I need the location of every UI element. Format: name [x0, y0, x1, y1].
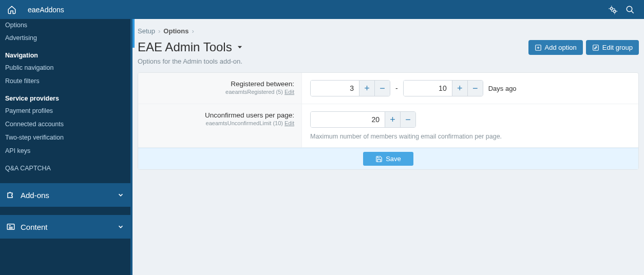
- field-label: Registered between:: [145, 80, 294, 88]
- puzzle-icon: [6, 190, 15, 200]
- decrement-button[interactable]: [374, 81, 390, 96]
- field-suffix: Days ago: [488, 85, 517, 92]
- registered-to-input[interactable]: [404, 81, 452, 96]
- svg-rect-11: [593, 45, 598, 50]
- sidebar-item-advertising[interactable]: Advertising: [0, 31, 130, 45]
- page-title[interactable]: EAE Admin Tools: [138, 40, 243, 54]
- chevron-down-icon: [117, 191, 124, 199]
- sidebar-item-two-step-verification[interactable]: Two-step verification: [0, 131, 130, 144]
- app-title[interactable]: eaeAddons: [28, 6, 64, 14]
- sidebar-heading-navigation: Navigation: [0, 45, 130, 61]
- unconfirmed-limit-input[interactable]: [311, 112, 385, 127]
- svg-point-1: [614, 10, 616, 12]
- topbar: eaeAddons: [0, 0, 644, 19]
- options-form: Registered between: eaeamtsRegistered (5…: [138, 72, 639, 170]
- edit-option-link[interactable]: Edit: [285, 89, 294, 95]
- sidebar-item-connected-accounts[interactable]: Connected accounts: [0, 117, 130, 131]
- decrement-button[interactable]: [467, 81, 483, 96]
- breadcrumb-current[interactable]: Options: [163, 27, 188, 35]
- form-actions: Save: [138, 148, 638, 169]
- sidebar-section-content[interactable]: Content: [0, 215, 130, 239]
- chevron-right-icon: ›: [158, 27, 160, 35]
- registered-from-input[interactable]: [311, 81, 359, 96]
- edit-option-link[interactable]: Edit: [285, 120, 294, 126]
- plus-square-icon: [535, 44, 542, 51]
- save-button[interactable]: Save: [363, 152, 413, 166]
- sidebar-section-label: Content: [21, 223, 48, 231]
- sidebar-section-label: Add-ons: [21, 191, 49, 200]
- field-hint: Maximum number of members waiting email …: [310, 133, 630, 140]
- search-icon[interactable]: [621, 1, 639, 18]
- sidebar-item-qa-captcha[interactable]: Q&A CAPTCHA: [0, 162, 130, 175]
- breadcrumb: Setup › Options ›: [138, 26, 639, 38]
- svg-line-3: [631, 11, 634, 13]
- chevron-right-icon: ›: [192, 27, 194, 35]
- sidebar-heading-service-providers: Service providers: [0, 88, 130, 104]
- registered-from-stepper: [310, 80, 390, 96]
- edit-group-button[interactable]: Edit group: [586, 40, 639, 55]
- svg-point-2: [627, 6, 632, 12]
- svg-point-0: [611, 7, 613, 10]
- field-label: Unconfirmed users per page:: [145, 111, 294, 119]
- unconfirmed-limit-stepper: [310, 111, 416, 128]
- caret-down-icon: [236, 44, 243, 51]
- field-key: eaeamtsUnconfirmedLimit (10): [206, 120, 283, 126]
- decrement-button[interactable]: [400, 112, 415, 127]
- admin-settings-icon[interactable]: [604, 1, 621, 18]
- page-subtitle: Options for the Admin tools add-on.: [138, 57, 243, 65]
- sidebar: Options Advertising Navigation Public na…: [0, 19, 132, 275]
- main-content: Setup › Options › EAE Admin Tools Option…: [132, 19, 644, 275]
- sidebar-item-public-navigation[interactable]: Public navigation: [0, 61, 130, 74]
- home-icon[interactable]: [5, 3, 18, 16]
- newspaper-icon: [6, 222, 15, 231]
- registered-to-stepper: [403, 80, 483, 96]
- form-row-registered: Registered between: eaeamtsRegistered (5…: [138, 73, 638, 104]
- chevron-down-icon: [117, 223, 124, 230]
- field-key: eaeamtsRegistered (5): [225, 89, 283, 95]
- sidebar-item-route-filters[interactable]: Route filters: [0, 74, 130, 88]
- sidebar-item-api-keys[interactable]: API keys: [0, 144, 130, 158]
- form-row-unconfirmed: Unconfirmed users per page: eaeamtsUncon…: [138, 104, 638, 148]
- increment-button[interactable]: [359, 81, 374, 96]
- sidebar-item-options[interactable]: Options: [0, 19, 130, 31]
- range-separator: -: [395, 84, 398, 92]
- pencil-square-icon: [592, 44, 599, 51]
- sidebar-section-addons[interactable]: Add-ons: [0, 183, 130, 207]
- sidebar-item-payment-profiles[interactable]: Payment profiles: [0, 104, 130, 117]
- increment-button[interactable]: [452, 81, 467, 96]
- increment-button[interactable]: [385, 112, 400, 127]
- save-icon: [375, 155, 383, 163]
- breadcrumb-root[interactable]: Setup: [138, 27, 155, 35]
- add-option-button[interactable]: Add option: [528, 40, 583, 55]
